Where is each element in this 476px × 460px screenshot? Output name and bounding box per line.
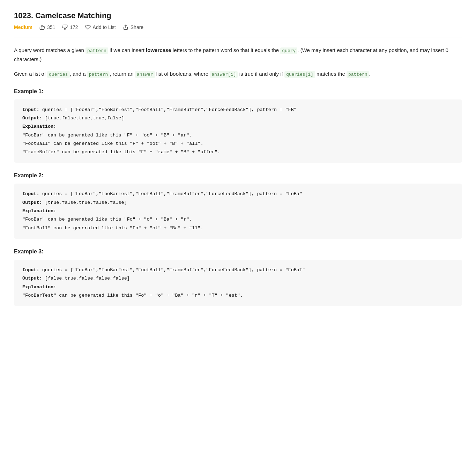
example1-title: Example 1: [14,88,462,95]
description-para2: Given a list of queries, and a pattern, … [14,69,462,79]
desc-p2-code5: queries[i] [284,71,315,78]
share-button[interactable]: Share [123,24,143,30]
example1-output-value: [true,false,true,true,false] [45,116,124,121]
desc-p1-code2: query [280,47,297,54]
example2-output-value: [true,false,true,false,false] [45,200,127,205]
add-to-list-label: Add to List [93,24,116,30]
desc-p1-code1: pattern [85,47,108,54]
upvote-button[interactable]: 351 [39,24,55,30]
downvote-button[interactable]: 172 [62,24,78,30]
problem-title: 1023. Camelcase Matching [14,11,462,20]
example2-explanation-label: Explanation: [22,207,454,215]
description-section: A query word matches a given pattern if … [14,46,462,79]
example2-output-line: Output: [true,false,true,false,false] [22,199,454,207]
example3-input-label: Input: [22,267,39,273]
example3-title: Example 3: [14,248,462,255]
heart-icon [85,24,91,30]
desc-p2-code6: pattern [347,71,369,78]
example3-explanation-label: Explanation: [22,283,454,291]
example2-explanation-line2: "FootBall" can be generated like this "F… [22,224,454,232]
example1-explanation-label: Explanation: [22,123,454,131]
example1-input-value: queries = ["FooBar","FooBarTest","FootBa… [42,107,297,112]
desc-p2-code1: queries [47,71,70,78]
desc-p1-bold: lowercase [146,47,171,53]
thumbs-up-icon [39,24,45,30]
example2-block: Input: queries = ["FooBar","FooBarTest",… [14,184,462,238]
upvote-count: 351 [47,24,55,30]
example1-output-label: Output: [22,116,42,121]
desc-p2-final: . [369,71,371,77]
desc-p2-mid1: , and a [70,71,87,77]
example3-output-label: Output: [22,276,42,281]
example1-explanation-line3: "FrameBuffer" can be generated like this… [22,148,454,156]
desc-p2-mid4: is true if and only if [238,71,284,77]
examples-container: Example 1: Input: queries = ["FooBar","F… [14,88,462,306]
example3-explanation-line1: "FooBarTest" can be generated like this … [22,291,454,300]
desc-p2-before: Given a list of [14,71,47,77]
share-label: Share [131,24,143,30]
example1-input-line: Input: queries = ["FooBar","FooBarTest",… [22,106,454,114]
description-para1: A query word matches a given pattern if … [14,46,462,64]
desc-p2-mid2: , return an [110,71,135,77]
downvote-count: 172 [70,24,78,30]
desc-p2-code2: pattern [87,71,110,78]
desc-p2-end: matches the [315,71,347,77]
desc-p2-code4: answer[i] [210,71,238,78]
example3-block: Input: queries = ["FooBar","FooBarTest",… [14,260,462,306]
desc-p1-after: letters to the pattern word so that it e… [171,47,281,53]
thumbs-down-icon [62,24,68,30]
example2-input-label: Input: [22,191,39,196]
desc-p1-before: A query word matches a given [14,47,85,53]
example1-explanation-line1: "FooBar" can be generated like this "F" … [22,131,454,140]
example3-output-line: Output: [false,true,false,false,false] [22,274,454,283]
desc-p1-middle: if we can insert [108,47,146,53]
example1-input-label: Input: [22,107,39,112]
example3-output-value: [false,true,false,false,false] [45,276,130,281]
example1-output-line: Output: [true,false,true,true,false] [22,114,454,123]
meta-row: Medium 351 172 Add to List Share [14,24,462,37]
example2-output-label: Output: [22,200,42,205]
example1-block: Input: queries = ["FooBar","FooBarTest",… [14,99,462,163]
example2-input-line: Input: queries = ["FooBar","FooBarTest",… [22,190,454,198]
example2-input-value: queries = ["FooBar","FooBarTest","FootBa… [42,191,302,196]
share-icon [123,24,128,30]
example2-title: Example 2: [14,172,462,179]
example3-input-value: queries = ["FooBar","FooBarTest","FootBa… [42,267,305,273]
example3-input-line: Input: queries = ["FooBar","FooBarTest",… [22,266,454,274]
difficulty-badge: Medium [14,24,32,30]
add-to-list-button[interactable]: Add to List [85,24,116,30]
example1-explanation-line2: "FootBall" can be generated like this "F… [22,140,454,148]
example2-explanation-line1: "FooBar" can be generated like this "Fo"… [22,215,454,224]
desc-p2-mid3: list of booleans, where [155,71,210,77]
desc-p2-code3: answer [135,71,155,78]
